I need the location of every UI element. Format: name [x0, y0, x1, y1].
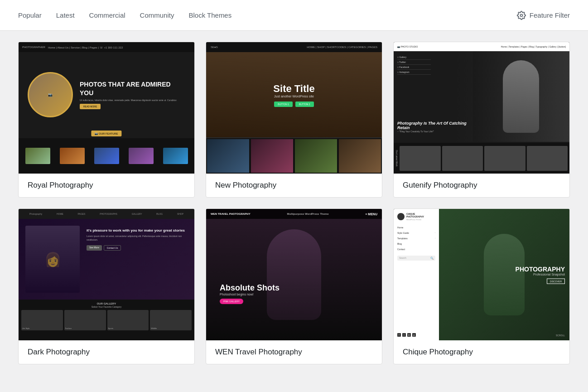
strip-thumb-2: [60, 148, 85, 164]
preview-inner-chique: CHIQUEPHOTOGRAPHYWordPress Theme Home St…: [394, 209, 569, 340]
theme-preview-chique: CHIQUEPHOTOGRAPHYWordPress Theme Home St…: [394, 209, 569, 340]
nav-links-royal: Home | About Us | Service | Blog | Pages…: [48, 46, 123, 49]
photographer-dark: 👩: [25, 226, 80, 293]
theme-card-dark-photography[interactable]: Photography HOME PAGES PHOTOGRAPHS GALLE…: [18, 208, 195, 364]
right-photo-chique: PHOTOGRAPHY Professional Snapshot DISCOV…: [439, 209, 569, 340]
chique-menu: Home Style Guide› Templates› Blog Contac…: [397, 225, 435, 252]
theme-card-new-photography[interactable]: SE●S HOME | SHOP | SHORTCODES | CATEGORI…: [206, 42, 382, 198]
tab-popular[interactable]: Popular: [18, 10, 42, 21]
photo-text-chique: PHOTOGRAPHY Professional Snapshot DISCOV…: [516, 266, 565, 284]
gallery-dark: OUR GALLERY Select Your Favorite Categor…: [19, 300, 194, 340]
svg-point-0: [520, 14, 522, 16]
thumb-3-new: [295, 139, 337, 173]
btn-see-more: See More: [87, 245, 102, 251]
item-label-2: Fashion: [65, 327, 72, 329]
btn-row-new: BUTTON 1 BUTTON 2: [274, 102, 313, 107]
theme-card-royal-photography[interactable]: PHOTOGRAPHER Home | About Us | Service |…: [18, 42, 195, 198]
preview-inner-new: SE●S HOME | SHOP | SHORTCODES | CATEGORI…: [206, 42, 382, 174]
facebook-icon-chique: f: [397, 333, 401, 337]
logo-text-chique: CHIQUEPHOTOGRAPHYWordPress Theme: [406, 213, 424, 221]
theme-card-gutenify[interactable]: 📷 PHOTO STUDIO Home | Templates | Pages …: [393, 42, 570, 198]
menu-style-chique: Style Guide›: [397, 230, 435, 236]
gallery-thumb-4: [527, 146, 568, 171]
menu-item-1: □ Gallery: [397, 55, 431, 60]
pink-gallery-btn: PINK GALLERY: [220, 299, 243, 304]
gallery-thumb-3: [484, 146, 525, 171]
brand-wen: WEN TRAVEL PHOTOGRAPHY: [211, 213, 251, 215]
gallery-title-dark: OUR GALLERY: [19, 300, 194, 305]
photo-heading-chique: PHOTOGRAPHY: [516, 266, 565, 273]
strip-thumb-1: [25, 148, 50, 164]
gallery-row-dark: Life Style Fashion Sports Wildlife: [19, 308, 194, 332]
thumb-1-new: [207, 139, 249, 173]
tab-latest[interactable]: Latest: [56, 10, 75, 21]
twitter-icon-chique: t: [402, 333, 406, 337]
site-title-new: Site Title: [273, 83, 314, 95]
nav-blog-dark: BLOG: [156, 213, 163, 215]
nav-pages-dark: PAGES: [78, 213, 86, 215]
abs-shots-sub: Photoshoot begins now!: [220, 293, 280, 296]
preview-nav-dark: Photography HOME PAGES PHOTOGRAPHS GALLE…: [19, 209, 194, 219]
preview-inner-royal: PHOTOGRAPHER Home | About Us | Service |…: [19, 42, 194, 174]
theme-name-royal: Royal Photography: [19, 174, 194, 197]
preview-inner-dark: Photography HOME PAGES PHOTOGRAPHS GALLE…: [19, 209, 194, 340]
logo-chique: CHIQUEPHOTOGRAPHYWordPress Theme: [397, 213, 435, 221]
abs-shots-wen: Absolute Shots Photoshoot begins now! PI…: [220, 283, 280, 304]
btn-contact: Contact Us: [104, 245, 121, 251]
hero-new: Site Title Just another WordPress site B…: [206, 52, 382, 137]
navigation-bar: Popular Latest Commercial Community Bloc…: [0, 0, 588, 31]
themes-container: PHOTOGRAPHER Home | About Us | Service |…: [0, 31, 588, 375]
nav-links-new: HOME | SHOP | SHORTCODES | CATEGORIES | …: [307, 46, 377, 48]
gallery-item-2: Fashion: [64, 310, 106, 330]
item-label-1: Life Style: [22, 327, 29, 329]
hero-btns-dark: See More Contact Us: [87, 245, 190, 251]
gallery-item-1: Life Style: [21, 310, 63, 330]
theme-name-new: New Photography: [206, 174, 382, 197]
btn1-new: BUTTON 1: [274, 102, 293, 107]
theme-name-wen: WEN Travel Photography: [206, 340, 382, 364]
preview-nav-wen: WEN TRAVEL PHOTOGRAPHY Multipurpose Word…: [206, 209, 382, 219]
tab-commercial[interactable]: Commercial: [89, 10, 125, 21]
feature-filter-button[interactable]: Feature Filter: [517, 11, 570, 20]
nav-brand-new: SE●S: [211, 46, 218, 48]
pinterest-icon-chique: p: [412, 333, 416, 337]
menu-templates-chique: Templates›: [397, 236, 435, 241]
hero-body-royal: Ut nulla lacus, lobortis dolor vitae, ve…: [80, 99, 178, 102]
discover-btn-chique: DISCOVER: [547, 279, 565, 284]
theme-card-chique[interactable]: CHIQUEPHOTOGRAPHYWordPress Theme Home St…: [393, 208, 570, 364]
hero-text-royal: PHOTOS THAT ARE ADMIRED YOU Ut nulla lac…: [73, 80, 185, 109]
nav-gallery-dark: GALLERY: [132, 213, 142, 215]
nav-links-gutenify: Home | Templates | Pages | Blog | Typogr…: [501, 45, 566, 48]
gallery-thumb-2: [442, 146, 483, 171]
strip-thumb-3: [94, 148, 119, 164]
btn2-new: BUTTON 2: [295, 102, 314, 107]
our-feature-label: 📷 OUR FEATURE: [91, 131, 121, 136]
hero-text-gutenify: Photography Is The Art Of Catching Retai…: [397, 121, 473, 133]
nav-brand-dark: Photography: [29, 213, 42, 215]
thumb-2-new: [251, 139, 293, 173]
hero-dark: 👩 it's pleasure to work with you for mak…: [19, 219, 194, 300]
model-wen: [206, 209, 382, 340]
search-chique: Search 🔍: [397, 256, 435, 261]
menu-contact-chique: Contact: [397, 247, 435, 252]
theme-preview-wen: WEN TRAVEL PHOTOGRAPHY Multipurpose Word…: [206, 209, 382, 340]
left-panel-chique: CHIQUEPHOTOGRAPHYWordPress Theme Home St…: [394, 209, 439, 340]
hero-gutenify: □ Gallery □ Twitter □ Facebook □ Instagr…: [394, 51, 569, 142]
hero-area-royal: 📷 PHOTOS THAT ARE ADMIRED YOU Ut nulla l…: [19, 52, 194, 137]
strip-thumb-4: [129, 148, 154, 164]
tab-block-themes[interactable]: Block Themes: [188, 10, 231, 21]
menu-item-3: □ Facebook: [397, 65, 431, 70]
menu-item-2: □ Twitter: [397, 60, 431, 65]
bottom-thumbs-new: [206, 138, 382, 174]
theme-preview-new: SE●S HOME | SHOP | SHORTCODES | CATEGORI…: [206, 42, 382, 174]
theme-card-wen[interactable]: WEN TRAVEL PHOTOGRAPHY Multipurpose Word…: [206, 208, 382, 364]
menu-icon-wen: ≡ MENU: [365, 213, 377, 216]
tab-community[interactable]: Community: [140, 10, 174, 21]
gallery-item-4: Wildlife: [150, 310, 192, 330]
bottom-strip-royal: [19, 138, 194, 174]
theme-preview-dark: Photography HOME PAGES PHOTOGRAPHS GALLE…: [19, 209, 194, 340]
hero-heading-gutenify: Photography Is The Art Of Catching Retai…: [397, 121, 473, 130]
thumb-4-new: [339, 139, 381, 173]
gear-icon: [517, 11, 526, 20]
site-sub-new: Just another WordPress site: [274, 95, 314, 98]
